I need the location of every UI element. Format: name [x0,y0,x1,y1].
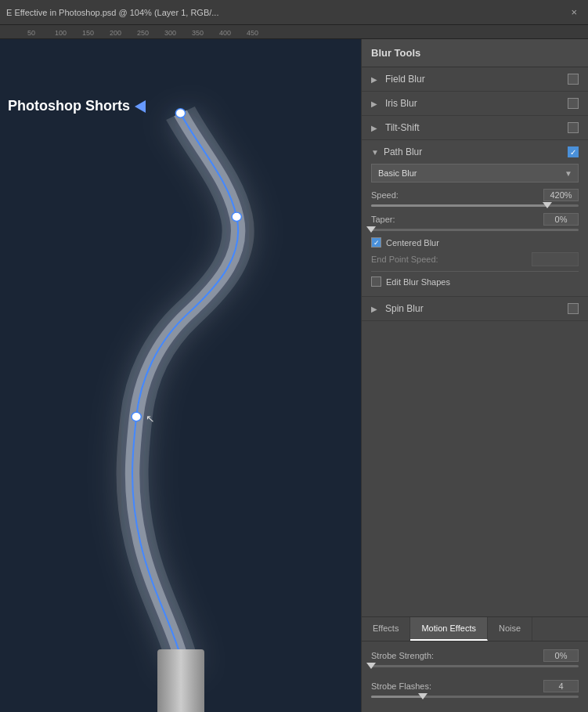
svg-point-0 [175,109,185,117]
bottom-tabs: Effects Motion Effects Noise Strobe Stre… [362,616,588,712]
taper-slider-thumb [366,226,376,233]
centered-blur-checkbox[interactable] [371,237,381,248]
spin-blur-item[interactable]: ▶ Spin Blur [362,297,588,321]
tilt-shift-chevron: ▶ [371,124,381,132]
field-blur-chevron: ▶ [371,75,381,84]
speed-row: Speed: 420% [371,189,579,201]
taper-label: Taper: [371,215,414,224]
svg-point-2 [132,412,141,421]
strobe-strength-thumb [366,663,376,669]
endpoint-speed-row: End Point Speed: [371,252,579,266]
strobe-strength-label: Strobe Strength: [371,651,543,660]
main-content: Photoshop Shorts [0,39,588,712]
motion-effects-section: Strobe Strength: 0% Strobe Flashes: 4 [362,642,588,712]
taper-row: Taper: 0% [371,213,579,226]
path-blur-checkbox[interactable] [568,146,579,157]
path-blur-section: ▼ Path Blur Basic Blur Rear Sync Flash F… [362,140,588,297]
field-blur-label: Field Blur [385,74,568,85]
ruler-mark: 250 [137,29,149,37]
strobe-strength-slider[interactable] [371,665,579,667]
iris-blur-label: Iris Blur [385,98,568,109]
ruler-mark: 200 [110,29,121,37]
path-blur-header: ▼ Path Blur [371,146,579,157]
tab-effects[interactable]: Effects [362,617,410,641]
ruler-mark: 100 [55,29,67,37]
blur-tools-section: ▶ Field Blur ▶ Iris Blur ▶ Tilt-Shift ▼ [362,67,588,616]
strobe-flashes-value[interactable]: 4 [543,680,579,692]
edit-blur-shapes-row[interactable]: Edit Blur Shapes [371,276,579,287]
close-button[interactable]: × [566,5,582,20]
centered-blur-row[interactable]: Centered Blur [371,237,579,248]
taper-slider-track [371,229,579,231]
field-blur-checkbox[interactable] [568,74,579,85]
spin-blur-checkbox[interactable] [568,303,579,314]
strobe-flashes-label: Strobe Flashes: [371,681,543,691]
canvas-area[interactable]: Photoshop Shorts [0,39,361,712]
panel-header: Blur Tools [362,39,588,67]
centered-blur-label: Centered Blur [386,238,439,248]
strobe-strength-value[interactable]: 0% [543,649,579,662]
iris-blur-chevron: ▶ [371,99,381,108]
ruler-mark: 300 [164,29,176,37]
strobe-strength-track [371,665,579,667]
path-blur-chevron: ▼ [371,148,379,157]
right-panel: Blur Tools ▶ Field Blur ▶ Iris Blur ▶ Ti… [361,39,588,712]
blur-type-dropdown[interactable]: Basic Blur Rear Sync Flash Front Sync Fl… [371,164,579,183]
ruler-mark: 350 [192,29,204,37]
candle-base [157,649,204,712]
strobe-flashes-slider[interactable] [371,696,579,698]
field-blur-item[interactable]: ▶ Field Blur [362,67,588,92]
title-bar-text: E Effective in Photoshop.psd @ 104% (Lay… [6,8,566,17]
ruler-mark: 50 [27,29,35,37]
tilt-shift-label: Tilt-Shift [385,122,568,133]
speed-label: Speed: [371,190,414,200]
edit-blur-shapes-checkbox[interactable] [371,276,381,287]
spin-blur-label: Spin Blur [385,303,568,314]
tab-motion-effects[interactable]: Motion Effects [410,617,488,641]
tilt-shift-item[interactable]: ▶ Tilt-Shift [362,116,588,140]
strobe-flashes-fill [371,696,423,698]
ruler-mark: 400 [219,29,231,37]
strobe-flashes-thumb [418,693,427,699]
tab-bar: Effects Motion Effects Noise [362,617,588,642]
edit-blur-shapes-label: Edit Blur Shapes [386,277,450,287]
taper-value[interactable]: 0% [543,213,579,226]
speed-slider-fill [371,204,547,207]
spacer [371,674,579,680]
endpoint-speed-value[interactable] [532,252,579,266]
taper-slider-container[interactable] [371,229,579,231]
speed-slider-track [371,204,579,207]
title-bar: E Effective in Photoshop.psd @ 104% (Lay… [0,0,588,25]
ruler: 50 100 150 200 250 300 350 400 450 [0,25,588,39]
svg-text:↖: ↖ [146,414,155,425]
svg-point-1 [232,212,241,221]
speed-slider-container[interactable] [371,204,579,207]
ruler-mark: 150 [82,29,94,37]
speed-value[interactable]: 420% [543,189,579,201]
strobe-strength-row: Strobe Strength: 0% [371,649,579,662]
ruler-mark: 450 [247,29,258,37]
ruler-marks: 50 100 150 200 250 300 350 400 450 [0,25,588,38]
path-blur-svg: ↖ [0,39,361,712]
endpoint-speed-label: End Point Speed: [371,255,532,264]
panel-title: Blur Tools [371,47,420,59]
separator [371,271,579,272]
path-blur-label: Path Blur [384,146,568,157]
strobe-flashes-track [371,696,579,698]
tab-noise[interactable]: Noise [488,617,532,641]
iris-blur-item[interactable]: ▶ Iris Blur [362,92,588,116]
blur-type-dropdown-wrapper: Basic Blur Rear Sync Flash Front Sync Fl… [371,164,579,183]
speed-slider-thumb [543,202,552,208]
iris-blur-checkbox[interactable] [568,98,579,109]
spin-blur-chevron: ▶ [371,305,381,313]
tilt-shift-checkbox[interactable] [568,122,579,133]
strobe-flashes-row: Strobe Flashes: 4 [371,680,579,692]
